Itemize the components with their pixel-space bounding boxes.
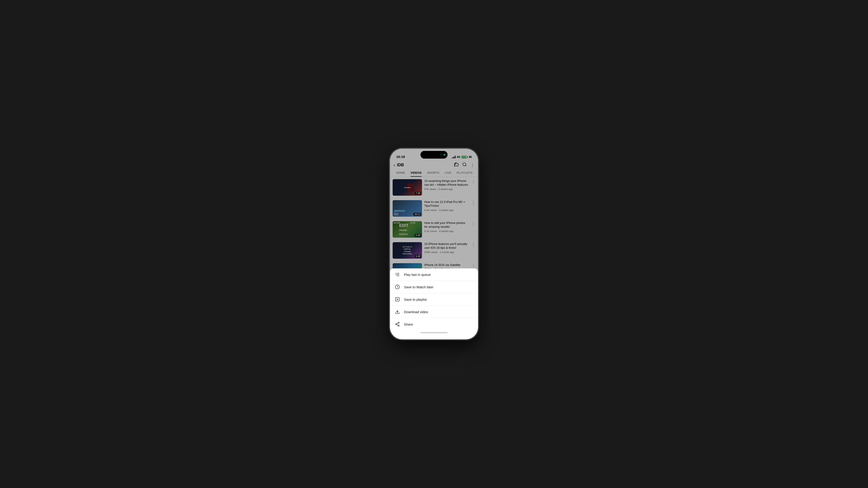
download-label: Download video — [404, 310, 428, 314]
bottom-sheet: Play last in queue Save to Watch later — [390, 268, 478, 339]
sheet-item-share[interactable]: Share — [390, 318, 478, 330]
queue-icon — [395, 271, 400, 278]
sheet-item-save-playlist[interactable]: Save to playlist — [390, 293, 478, 305]
phone-frame: 16:18 4G 98 — [390, 149, 478, 339]
phone-screen: 16:18 4G 98 — [390, 149, 478, 339]
share-icon — [395, 321, 400, 327]
share-label: Share — [404, 322, 413, 326]
home-bar — [421, 332, 447, 333]
sheet-item-play-last[interactable]: Play last in queue — [390, 268, 478, 281]
svg-line-21 — [397, 323, 398, 324]
download-icon — [395, 309, 400, 315]
save-playlist-label: Save to playlist — [404, 297, 427, 301]
svg-line-20 — [397, 324, 398, 325]
play-last-label: Play last in queue — [404, 273, 431, 276]
watch-later-label: Save to Watch later — [404, 285, 433, 289]
sheet-item-download[interactable]: Download video — [390, 305, 478, 318]
sheet-item-watch-later[interactable]: Save to Watch later — [390, 281, 478, 293]
svg-point-19 — [398, 325, 399, 326]
clock-icon — [395, 284, 400, 290]
svg-point-17 — [398, 322, 399, 324]
svg-point-18 — [396, 324, 397, 325]
home-indicator — [390, 330, 478, 335]
playlist-add-icon — [395, 296, 400, 302]
